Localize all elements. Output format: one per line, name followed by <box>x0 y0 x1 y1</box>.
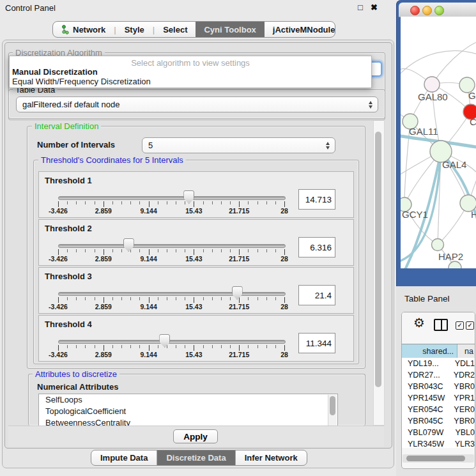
threshold-4-slider[interactable]: -3.426 2.859 9.144 15.43 21.715 28 <box>58 316 285 361</box>
table-data-combobox[interactable]: galFiltered.sif default node <box>16 96 378 112</box>
node-bottom-partial[interactable] <box>449 261 461 268</box>
node-hap2[interactable] <box>432 239 444 251</box>
table-rows: YDL19...YDL1 YDR27...YDR2 YBR043CYBR0 YP… <box>402 358 475 448</box>
number-of-intervals-combobox[interactable]: 5 <box>142 137 335 153</box>
threshold-3-slider[interactable]: -3.426 2.859 9.144 15.43 21.715 28 <box>58 268 285 313</box>
tab-infer-network[interactable]: Infer Network <box>235 450 307 465</box>
tick-label: -3.426 <box>38 303 79 311</box>
table-row[interactable]: YDL19...YDL1 <box>402 358 475 369</box>
table-panel: Table Panel ⚙ ✓ ✓ shared... na YDL19...Y… <box>396 286 476 476</box>
table-row[interactable]: YLR345WYLR3 <box>402 438 475 448</box>
table-row[interactable]: YBR043CYBR0 <box>402 381 475 392</box>
zoom-button[interactable] <box>434 6 444 15</box>
tick-label: 15.43 <box>173 303 214 311</box>
threshold-3-value-field[interactable] <box>298 285 335 305</box>
slider-track[interactable] <box>58 196 286 200</box>
algorithm-dropdown-popup: Select algorithm to view settings Manual… <box>9 56 372 88</box>
tick-label: 2.859 <box>83 303 124 311</box>
attributes-group-title: Attributes to discretize <box>33 370 119 378</box>
network-window-titlebar[interactable] <box>399 3 476 17</box>
list-item[interactable]: SelfLoops <box>39 394 337 406</box>
tick-label: 9.144 <box>128 207 169 215</box>
apply-button[interactable]: Apply <box>173 429 218 443</box>
thresholds-group-title: Threshold's Coordinates for 5 Intervals <box>38 156 186 164</box>
numerical-attributes-label: Numerical Attributes <box>37 382 118 392</box>
threshold-4-value-field[interactable] <box>298 333 335 353</box>
tick-label: 2.859 <box>83 351 124 358</box>
algorithm-option-manual[interactable]: Manual Discretization <box>12 67 98 77</box>
minimize-button[interactable] <box>422 6 432 15</box>
threshold-2-slider[interactable]: -3.426 2.859 9.144 15.43 21.715 28 <box>58 220 285 265</box>
tab-cyni-toolbox[interactable]: Cyni Toolbox <box>196 22 264 37</box>
float-window-icon[interactable]: □ <box>358 3 363 12</box>
control-panel-title: Control Panel <box>5 3 56 13</box>
algorithm-option-equal-width[interactable]: Equal Width/Frequency Discretization <box>12 77 151 86</box>
tick-label: 15.43 <box>173 255 214 263</box>
number-of-intervals-value: 5 <box>148 141 153 150</box>
network-view-window: GAL80 GA C GAL11 GAL4 GCY1 H HAP2 <box>396 0 476 286</box>
tick-label: -3.426 <box>38 255 79 263</box>
threshold-1-value-field[interactable] <box>298 189 335 210</box>
table-data-combobox-value: galFiltered.sif default node <box>22 100 119 109</box>
node-label: GAL4 <box>442 159 466 170</box>
interval-definition-group-title: Interval Definition <box>32 122 101 130</box>
panel-scrollbar-thumb[interactable] <box>375 132 381 387</box>
panel-scrollbar[interactable] <box>373 120 385 426</box>
tick-label: 2.859 <box>83 255 124 263</box>
tick-label: 15.43 <box>173 351 214 358</box>
number-of-intervals-label: Number of Intervals <box>37 140 115 150</box>
tab-impute-data[interactable]: Impute Data <box>91 450 157 465</box>
network-icon <box>61 25 70 35</box>
node-gal80[interactable] <box>424 77 440 92</box>
numerical-attributes-list[interactable]: SelfLoops TopologicalCoefficient Between… <box>38 394 338 427</box>
threshold-2-panel: Threshold 2 -3.426 2.859 9.144 15.43 21.… <box>38 219 354 266</box>
tick-label: 21.715 <box>219 351 259 358</box>
threshold-1-slider[interactable]: -3.426 2.859 9.144 15.43 21.715 28 <box>58 172 285 217</box>
table-row[interactable]: YBR045CYBR0 <box>402 415 475 427</box>
list-item[interactable]: TopologicalCoefficient <box>39 406 337 417</box>
slider-track[interactable] <box>58 244 286 248</box>
table-panel-title: Table Panel <box>404 294 450 303</box>
table-row[interactable]: YDR27...YDR2 <box>402 369 475 381</box>
tick-label: 9.144 <box>128 351 169 358</box>
list-scrollbar[interactable] <box>328 395 337 426</box>
network-canvas[interactable]: GAL80 GA C GAL11 GAL4 GCY1 H HAP2 <box>401 17 476 268</box>
tick-label: 9.144 <box>128 255 169 263</box>
tick-label: -3.426 <box>38 207 79 215</box>
threshold-3-panel: Threshold 3 -3.426 2.859 9.144 15.43 21.… <box>38 267 354 314</box>
table-header-row: shared... na <box>402 344 475 358</box>
tab-discretize-data[interactable]: Discretize Data <box>157 450 234 465</box>
table-scrollbar-thumb[interactable] <box>406 456 465 461</box>
column-layout-icon[interactable] <box>434 319 448 331</box>
control-panel-tabbar: Network | Style | Select Cyni Toolbox jA… <box>52 21 335 38</box>
node-label: GA <box>468 90 476 101</box>
algorithm-popup-prompt[interactable]: Select algorithm to view settings <box>10 58 371 68</box>
table-row[interactable]: YPR145WYPR1 <box>402 392 475 404</box>
close-button[interactable] <box>410 6 420 15</box>
slider-track[interactable] <box>58 292 286 296</box>
node-label: GAL80 <box>418 91 448 102</box>
tick-label: 15.43 <box>173 207 214 215</box>
checkbox-icon[interactable]: ✓ <box>456 321 464 330</box>
tab-network-label: Network <box>73 25 105 35</box>
screen: Control Panel □ ✖ Network | Style | Sele… <box>0 0 476 476</box>
threshold-2-value-field[interactable] <box>298 237 335 257</box>
table-row[interactable]: YBL079WYBL0 <box>402 427 475 438</box>
column-header-shared-name[interactable]: shared... <box>402 344 457 358</box>
tick-label: 21.715 <box>219 303 259 311</box>
slider-track[interactable] <box>58 340 286 344</box>
table-toolbar: ⚙ ✓ ✓ <box>402 312 475 341</box>
tab-network[interactable]: Network <box>53 22 114 37</box>
tab-jactivemnodules[interactable]: jActiveMNodules <box>265 22 335 37</box>
tick-label: 2.859 <box>83 207 124 215</box>
close-window-icon[interactable]: ✖ <box>371 3 378 12</box>
tab-style[interactable]: Style <box>116 22 153 37</box>
apply-row: Apply <box>8 426 384 447</box>
table-horizontal-scrollbar[interactable] <box>403 454 474 463</box>
tab-select[interactable]: Select <box>155 22 196 37</box>
column-header-name[interactable]: na <box>457 344 475 358</box>
settings-gear-icon[interactable]: ⚙ <box>413 316 425 329</box>
checkbox-icon[interactable]: ✓ <box>466 321 474 330</box>
combobox-stepper-icon <box>369 101 372 109</box>
table-row[interactable]: YER054CYER0 <box>402 404 475 415</box>
